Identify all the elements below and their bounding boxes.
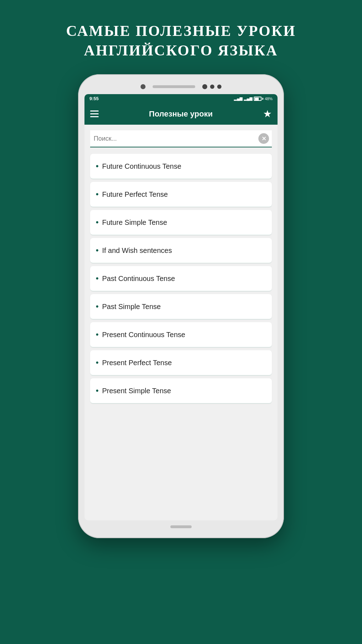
lesson-item-past-simple[interactable]: • Past Simple Tense — [90, 294, 272, 319]
battery-body — [254, 97, 262, 101]
page-header: САМЫЕ ПОЛЕЗНЫЕ УРОКИ АНГЛИЙСКОГО ЯЗЫКА — [52, 0, 310, 74]
battery-fill — [255, 98, 259, 101]
camera-dots — [202, 84, 221, 89]
bullet-4: • — [96, 274, 99, 283]
favorites-star-icon[interactable]: ★ — [263, 108, 272, 120]
bullet-0: • — [96, 162, 99, 171]
app-bar-title: Полезные уроки — [149, 109, 213, 119]
bullet-2: • — [96, 218, 99, 227]
signal-icon-1: ▂▄▆ — [234, 96, 242, 101]
lesson-item-present-continuous[interactable]: • Present Continuous Tense — [90, 322, 272, 347]
bullet-1: • — [96, 190, 99, 199]
lesson-label-1: Future Perfect Tense — [102, 190, 168, 199]
page-title: САМЫЕ ПОЛЕЗНЫЕ УРОКИ АНГЛИЙСКОГО ЯЗЫКА — [66, 21, 296, 60]
home-button[interactable] — [170, 525, 192, 528]
status-icons: ▂▄▆ ▂▄▆ 48% — [234, 96, 273, 101]
phone-screen: 9:55 ▂▄▆ ▂▄▆ 48% — [84, 94, 278, 520]
lesson-item-present-simple[interactable]: • Present Simple Tense — [90, 378, 272, 404]
battery-percent: 48% — [265, 97, 273, 101]
lesson-item-past-continuous[interactable]: • Past Continuous Tense — [90, 266, 272, 291]
status-time: 9:55 — [89, 96, 99, 101]
lesson-label-4: Past Continuous Tense — [102, 275, 175, 283]
lesson-item-future-simple[interactable]: • Future Simple Tense — [90, 210, 272, 235]
phone-bottom-bar — [84, 520, 278, 532]
front-camera-left — [141, 84, 146, 89]
phone-top-bar — [84, 81, 278, 94]
app-bar: Полезные уроки ★ — [84, 103, 278, 125]
bullet-8: • — [96, 386, 99, 395]
hamburger-line-3 — [90, 116, 99, 117]
battery-icon — [254, 97, 263, 101]
lessons-list: • Future Continuous Tense • Future Perfe… — [84, 150, 278, 410]
bullet-3: • — [96, 246, 99, 255]
camera-dot-1 — [202, 84, 207, 89]
lesson-label-2: Future Simple Tense — [102, 218, 167, 227]
title-line1: САМЫЕ ПОЛЕЗНЫЕ УРОКИ — [66, 23, 296, 39]
search-input[interactable] — [94, 135, 256, 142]
camera-dot-3 — [217, 85, 221, 89]
lesson-label-5: Past Simple Tense — [102, 303, 161, 311]
lesson-item-future-continuous[interactable]: • Future Continuous Tense — [90, 154, 272, 179]
lesson-label-3: If and Wish sentences — [102, 247, 172, 255]
camera-dot-2 — [210, 85, 214, 89]
search-input-wrapper: ✕ — [90, 130, 272, 147]
phone-speaker — [153, 85, 195, 88]
lesson-item-present-perfect[interactable]: • Present Perfect Tense — [90, 350, 272, 375]
search-container: ✕ — [84, 125, 278, 150]
lesson-item-future-perfect[interactable]: • Future Perfect Tense — [90, 182, 272, 207]
lesson-item-if-wish[interactable]: • If and Wish sentences — [90, 238, 272, 263]
title-line2: АНГЛИЙСКОГО ЯЗЫКА — [84, 42, 278, 59]
status-bar: 9:55 ▂▄▆ ▂▄▆ 48% — [84, 94, 278, 103]
lesson-label-6: Present Continuous Tense — [102, 331, 185, 339]
lesson-label-7: Present Perfect Tense — [102, 359, 172, 367]
lesson-label-8: Present Simple Tense — [102, 387, 171, 395]
bullet-5: • — [96, 302, 99, 311]
lesson-label-0: Future Continuous Tense — [102, 162, 181, 171]
clear-search-button[interactable]: ✕ — [258, 133, 269, 144]
battery-tip — [262, 98, 263, 100]
signal-icon-2: ▂▄▆ — [244, 96, 252, 101]
hamburger-menu-button[interactable] — [90, 110, 99, 117]
bullet-6: • — [96, 330, 99, 339]
hamburger-line-1 — [90, 110, 99, 112]
hamburger-line-2 — [90, 113, 99, 114]
phone-mockup: 9:55 ▂▄▆ ▂▄▆ 48% — [75, 74, 287, 644]
bullet-7: • — [96, 358, 99, 367]
phone-body: 9:55 ▂▄▆ ▂▄▆ 48% — [78, 74, 284, 538]
